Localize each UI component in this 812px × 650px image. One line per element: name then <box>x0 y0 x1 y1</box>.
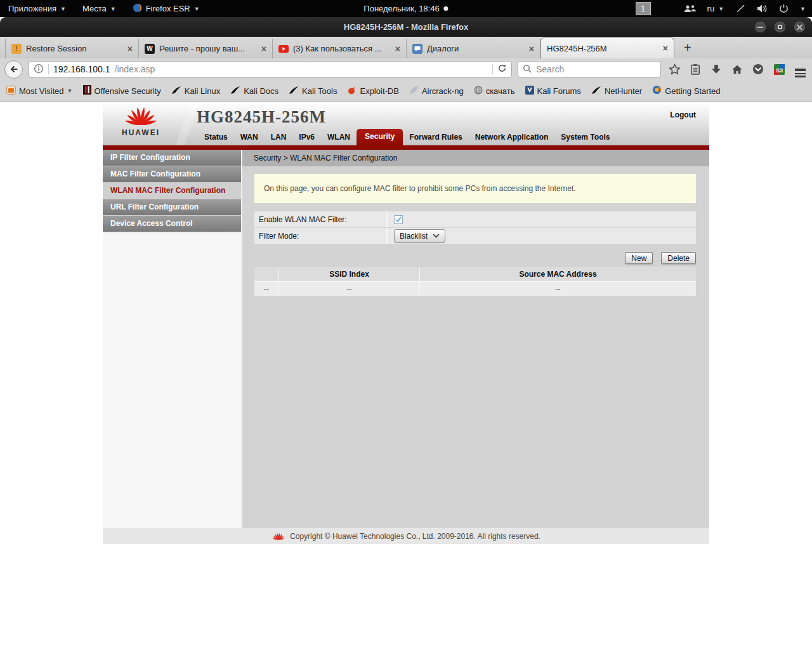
home-icon[interactable] <box>730 65 745 74</box>
menu-icon[interactable] <box>792 67 808 72</box>
tab-wan[interactable]: WAN <box>234 130 265 145</box>
tab-router-active[interactable]: HG8245H-256M × <box>540 37 674 58</box>
window-controls <box>755 22 805 32</box>
bookmark-star-icon[interactable] <box>667 63 682 76</box>
tab-system-tools[interactable]: System Tools <box>554 130 616 145</box>
reading-list-icon[interactable] <box>688 63 703 75</box>
bookmark-most-visited[interactable]: Most Visited ▼ <box>6 86 73 96</box>
users-icon[interactable] <box>684 4 696 13</box>
chevron-down-icon: ▼ <box>718 6 724 12</box>
table-cell-ssid: -- <box>279 282 419 296</box>
search-input[interactable] <box>536 64 656 74</box>
places-menu[interactable]: Места ▼ <box>74 0 124 17</box>
breadcrumb: Security > WLAN MAC Filter Configuration <box>242 150 709 166</box>
filter-mode-select[interactable]: Blacklist <box>394 229 445 242</box>
new-tab-button[interactable]: + <box>674 41 701 55</box>
workspace-indicator[interactable]: 1 <box>636 2 651 15</box>
site-info-icon[interactable] <box>34 63 44 76</box>
page-footer: Copyright © Huawei Technologies Co., Ltd… <box>103 528 709 544</box>
maximize-button[interactable] <box>775 22 785 32</box>
url-host: 192.168.100.1 <box>53 64 110 74</box>
bookmark-kali-tools[interactable]: Kali Tools <box>289 86 337 96</box>
tab-close-icon[interactable]: × <box>663 44 668 53</box>
system-menu-caret-icon[interactable]: ▼ <box>800 6 806 12</box>
top-bar-right: 1 ru ▼ ▼ <box>636 2 812 15</box>
sidebar-item-url-filter[interactable]: URL Filter Configuration <box>103 199 241 216</box>
firefox-app-menu[interactable]: Firefox ESR ▼ <box>124 0 208 17</box>
close-button[interactable] <box>794 22 805 32</box>
bookmark-exploit-db[interactable]: Exploit-DB <box>347 86 398 96</box>
delete-button[interactable]: Delete <box>661 252 696 264</box>
tab-bar: ! Restore Session × W Решите - прошу ваш… <box>0 37 812 58</box>
bookmark-aircrack-ng[interactable]: Aircrack-ng <box>409 86 464 96</box>
tab-close-icon[interactable]: × <box>395 44 400 53</box>
main-nav-tabs: Status WAN LAN IPv6 WLAN Security Forwar… <box>198 129 616 145</box>
sidebar-item-wlan-mac-filter[interactable]: WLAN MAC Filter Configuration <box>103 183 241 199</box>
tab-restore-session[interactable]: ! Restore Session × <box>5 39 139 58</box>
tab-network-application[interactable]: Network Application <box>469 130 555 145</box>
huawei-logo: HUAWEI <box>121 107 161 137</box>
device-model-title: HG8245H-256M <box>197 107 326 127</box>
volume-icon[interactable] <box>757 4 768 13</box>
table-header-mac: Source MAC Address <box>420 267 696 281</box>
enable-filter-value <box>388 211 696 227</box>
bookmark-skachat[interactable]: скачать <box>474 86 515 96</box>
enable-filter-checkbox[interactable] <box>394 215 403 224</box>
tab-close-icon[interactable]: × <box>261 44 266 53</box>
sidebar-item-device-access[interactable]: Device Access Control <box>103 216 241 232</box>
sidebar-item-ip-filter[interactable]: IP Filter Configuration <box>103 150 241 166</box>
applications-menu[interactable]: Приложения ▼ <box>0 0 74 17</box>
logout-link[interactable]: Logout <box>670 110 696 119</box>
tab-wlan[interactable]: WLAN <box>321 130 357 145</box>
tab-reshite[interactable]: W Решите - прошу ваш... × <box>139 39 273 58</box>
tab-security[interactable]: Security <box>357 129 403 145</box>
bookmark-label: Kali Tools <box>302 86 337 96</box>
tab-dialogi[interactable]: Диалоги × <box>407 39 540 58</box>
globe-icon <box>474 86 483 96</box>
bookmark-kali-linux[interactable]: Kali Linux <box>171 86 220 96</box>
tab-ipv6[interactable]: IPv6 <box>292 130 321 145</box>
bookmark-kali-forums[interactable]: Kali Forums <box>525 86 581 96</box>
bookmark-kali-docs[interactable]: Kali Docs <box>230 86 278 96</box>
chevron-down-icon: ▼ <box>67 88 73 94</box>
tab-status[interactable]: Status <box>198 130 234 145</box>
tab-close-icon[interactable]: × <box>529 44 534 53</box>
bookmarks-toolbar: Most Visited ▼ Offensive Security Kali L… <box>0 80 812 102</box>
keyboard-layout-label: ru <box>707 4 715 13</box>
aircrack-icon <box>409 86 419 96</box>
url-bar[interactable]: 192.168.100.1/index.asp <box>29 61 512 77</box>
power-icon[interactable] <box>779 4 789 13</box>
desktop-top-bar: Приложения ▼ Места ▼ Firefox ESR ▼ Понед… <box>0 0 812 17</box>
minimize-button[interactable] <box>755 22 766 32</box>
bookmark-label: Aircrack-ng <box>422 86 464 96</box>
keyboard-layout-menu[interactable]: ru ▼ <box>707 4 724 13</box>
new-button[interactable]: New <box>625 252 653 264</box>
tab-lan[interactable]: LAN <box>265 130 293 145</box>
tab-label: Решите - прошу ваш... <box>159 44 257 53</box>
clock-menu[interactable]: Понедельник, 18:46 <box>363 4 448 13</box>
navigation-toolbar: 192.168.100.1/index.asp S3 <box>0 58 812 80</box>
table-cell-select: -- <box>254 282 278 296</box>
bookmark-offensive-security[interactable]: Offensive Security <box>83 85 161 96</box>
downloads-icon[interactable] <box>709 64 724 74</box>
w-site-icon: W <box>145 44 155 54</box>
bookmark-getting-started[interactable]: Getting Started <box>652 85 720 96</box>
pen-input-icon[interactable] <box>735 4 745 14</box>
sidebar: IP Filter Configuration MAC Filter Confi… <box>103 150 242 528</box>
sidebar-item-mac-filter[interactable]: MAC Filter Configuration <box>103 166 241 183</box>
firefox-icon <box>652 85 662 96</box>
tab-forward-rules[interactable]: Forward Rules <box>403 130 468 145</box>
s3-translator-icon[interactable]: S3 <box>771 64 787 75</box>
tab-youtube[interactable]: (3) Как пользоваться ... × <box>273 39 407 58</box>
back-button[interactable] <box>4 60 23 79</box>
filter-mode-selected: Blacklist <box>400 232 428 241</box>
tab-close-icon[interactable]: × <box>128 44 133 53</box>
window-titlebar[interactable]: HG8245H-256M - Mozilla Firefox <box>0 17 812 37</box>
pocket-icon[interactable] <box>750 63 766 75</box>
bookmark-label: Kali Docs <box>244 86 278 96</box>
chevron-down-icon: ▼ <box>194 6 200 12</box>
search-icon <box>523 64 532 75</box>
reload-icon[interactable] <box>497 63 507 75</box>
bookmark-nethunter[interactable]: NetHunter <box>591 86 642 96</box>
divider <box>492 64 493 74</box>
